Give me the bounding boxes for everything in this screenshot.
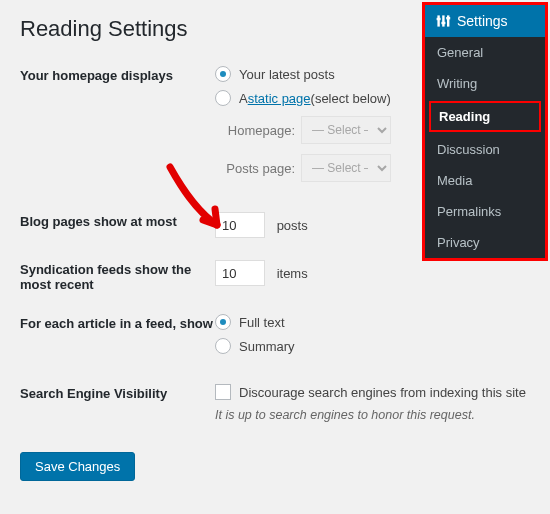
row-syndication: Syndication feeds show the most recent i… — [20, 260, 530, 292]
homepage-select[interactable]: — Select — — [301, 116, 391, 144]
radio-full-text-input[interactable] — [215, 314, 231, 330]
checkbox-discourage-input[interactable] — [215, 384, 231, 400]
sidebar-item-permalinks[interactable]: Permalinks — [425, 196, 545, 227]
postspage-select[interactable]: — Select — — [301, 154, 391, 182]
svg-rect-5 — [446, 17, 450, 19]
blog-pages-unit: posts — [277, 218, 308, 233]
checkbox-discourage[interactable]: Discourage search engines from indexing … — [215, 384, 530, 400]
label-syndication: Syndication feeds show the most recent — [20, 260, 215, 292]
sidebar-item-media[interactable]: Media — [425, 165, 545, 196]
settings-sidebar: Settings General Writing Reading Discuss… — [422, 2, 548, 261]
homepage-select-label: Homepage: — [215, 123, 295, 138]
sidebar-item-writing[interactable]: Writing — [425, 68, 545, 99]
svg-rect-0 — [437, 15, 439, 26]
radio-summary[interactable]: Summary — [215, 338, 530, 354]
radio-latest-posts-input[interactable] — [215, 66, 231, 82]
settings-icon — [435, 13, 451, 29]
label-blog-pages: Blog pages show at most — [20, 212, 215, 229]
search-visibility-hint: It is up to search engines to honor this… — [215, 408, 530, 422]
svg-rect-3 — [437, 18, 441, 20]
sidebar-header[interactable]: Settings — [425, 5, 545, 37]
radio-static-prefix: A — [239, 91, 248, 106]
radio-full-text[interactable]: Full text — [215, 314, 530, 330]
radio-summary-label: Summary — [239, 339, 295, 354]
blog-pages-input[interactable] — [215, 212, 265, 238]
checkbox-discourage-label: Discourage search engines from indexing … — [239, 385, 526, 400]
radio-static-page-input[interactable] — [215, 90, 231, 106]
radio-static-suffix: (select below) — [311, 91, 391, 106]
label-homepage: Your homepage displays — [20, 66, 215, 83]
save-changes-button[interactable]: Save Changes — [20, 452, 135, 481]
syndication-input[interactable] — [215, 260, 265, 286]
radio-full-text-label: Full text — [239, 315, 285, 330]
sidebar-item-discussion[interactable]: Discussion — [425, 134, 545, 165]
row-feed-article: For each article in a feed, show Full te… — [20, 314, 530, 362]
sidebar-item-reading[interactable]: Reading — [429, 101, 541, 132]
radio-latest-posts-label: Your latest posts — [239, 67, 335, 82]
label-feed-article: For each article in a feed, show — [20, 314, 215, 331]
sidebar-item-privacy[interactable]: Privacy — [425, 227, 545, 258]
svg-rect-1 — [442, 15, 444, 26]
syndication-unit: items — [277, 266, 308, 281]
row-search-visibility: Search Engine Visibility Discourage sear… — [20, 384, 530, 422]
postspage-select-label: Posts page: — [215, 161, 295, 176]
svg-rect-4 — [441, 22, 445, 24]
radio-summary-input[interactable] — [215, 338, 231, 354]
sidebar-header-label: Settings — [457, 13, 508, 29]
label-search-visibility: Search Engine Visibility — [20, 384, 215, 401]
static-page-link[interactable]: static page — [248, 91, 311, 106]
sidebar-item-general[interactable]: General — [425, 37, 545, 68]
